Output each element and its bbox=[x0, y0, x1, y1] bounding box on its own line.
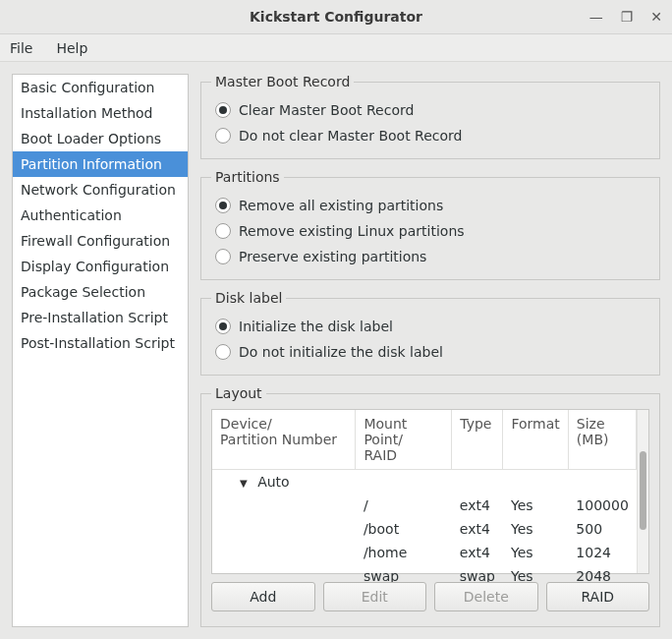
radio-preserve-partitions[interactable]: Preserve existing partitions bbox=[211, 244, 649, 269]
radio-remove-all-partitions[interactable]: Remove all existing partitions bbox=[211, 193, 649, 218]
sidebar-item-boot-loader-options[interactable]: Boot Loader Options bbox=[13, 126, 188, 151]
radio-label: Clear Master Boot Record bbox=[239, 102, 414, 118]
radio-label: Preserve existing partitions bbox=[239, 249, 426, 264]
sidebar-item-firewall-configuration[interactable]: Firewall Configuration bbox=[13, 228, 188, 254]
radio-label: Initialize the disk label bbox=[239, 319, 393, 334]
delete-button[interactable]: Delete bbox=[434, 582, 538, 611]
cell-format: Yes bbox=[503, 541, 568, 564]
button-label: Delete bbox=[464, 589, 509, 605]
scrollbar-thumb[interactable] bbox=[640, 451, 646, 530]
edit-button[interactable]: Edit bbox=[323, 582, 427, 611]
radio-label: Remove all existing partitions bbox=[239, 198, 443, 213]
sidebar-item-network-configuration[interactable]: Network Configuration bbox=[13, 177, 188, 203]
radio-initialize-disk-label[interactable]: Initialize the disk label bbox=[211, 314, 649, 339]
maximize-icon[interactable]: ❐ bbox=[621, 9, 634, 25]
menu-file[interactable]: File bbox=[6, 38, 36, 58]
radio-remove-linux-partitions[interactable]: Remove existing Linux partitions bbox=[211, 218, 649, 244]
sidebar-item-partition-information[interactable]: Partition Information bbox=[13, 151, 188, 177]
radio-icon bbox=[215, 319, 231, 334]
cell-size: 500 bbox=[568, 517, 636, 541]
table-row[interactable]: /boot ext4 Yes 500 bbox=[212, 517, 637, 541]
radio-label: Do not clear Master Boot Record bbox=[239, 128, 462, 144]
button-label: Add bbox=[250, 589, 276, 605]
window-controls: — ❐ ✕ bbox=[589, 9, 662, 25]
content-area: Basic Configuration Installation Method … bbox=[0, 62, 672, 639]
cell-mount: /home bbox=[356, 541, 452, 564]
button-label: Edit bbox=[362, 589, 388, 605]
col-size[interactable]: Size (MB) bbox=[568, 410, 636, 470]
col-device[interactable]: Device/ Partition Number bbox=[212, 410, 356, 470]
table-row[interactable]: /home ext4 Yes 1024 bbox=[212, 541, 637, 564]
sidebar-item-authentication[interactable]: Authentication bbox=[13, 203, 188, 228]
layout-table[interactable]: Device/ Partition Number Mount Point/ RA… bbox=[211, 409, 649, 574]
sidebar-item-installation-method[interactable]: Installation Method bbox=[13, 100, 188, 126]
cell-format: Yes bbox=[503, 494, 568, 517]
radio-icon bbox=[215, 344, 231, 360]
col-mount[interactable]: Mount Point/ RAID bbox=[356, 410, 452, 470]
radio-label: Remove existing Linux partitions bbox=[239, 223, 465, 239]
col-type[interactable]: Type bbox=[452, 410, 503, 470]
close-icon[interactable]: ✕ bbox=[650, 9, 662, 25]
radio-do-not-initialize-disk-label[interactable]: Do not initialize the disk label bbox=[211, 339, 649, 365]
sidebar-item-package-selection[interactable]: Package Selection bbox=[13, 279, 188, 305]
col-format[interactable]: Format bbox=[503, 410, 568, 470]
vertical-scrollbar[interactable] bbox=[637, 410, 648, 573]
sidebar-item-post-installation-script[interactable]: Post-Installation Script bbox=[13, 330, 188, 356]
radio-icon bbox=[215, 198, 231, 213]
menu-bar: File Help bbox=[0, 34, 672, 62]
layout-button-bar: Add Edit Delete RAID bbox=[211, 582, 649, 611]
raid-button[interactable]: RAID bbox=[546, 582, 650, 611]
menu-help[interactable]: Help bbox=[52, 38, 91, 58]
cell-mount: / bbox=[356, 494, 452, 517]
cell-type: ext4 bbox=[452, 517, 503, 541]
window-title: Kickstart Configurator bbox=[250, 9, 422, 25]
radio-icon bbox=[215, 223, 231, 239]
group-master-boot-record: Master Boot Record Clear Master Boot Rec… bbox=[200, 74, 660, 159]
radio-clear-mbr[interactable]: Clear Master Boot Record bbox=[211, 97, 649, 123]
sidebar[interactable]: Basic Configuration Installation Method … bbox=[12, 74, 189, 627]
button-label: RAID bbox=[581, 589, 614, 605]
group-partitions: Partitions Remove all existing partition… bbox=[200, 169, 660, 280]
tree-root-label: Auto bbox=[257, 474, 290, 490]
group-disk-label: Disk label Initialize the disk label Do … bbox=[200, 290, 660, 376]
group-legend-disk-label: Disk label bbox=[211, 290, 286, 306]
radio-label: Do not initialize the disk label bbox=[239, 344, 443, 360]
group-legend-partitions: Partitions bbox=[211, 169, 284, 185]
title-bar: Kickstart Configurator — ❐ ✕ bbox=[0, 0, 672, 34]
group-legend-layout: Layout bbox=[211, 385, 266, 401]
chevron-down-icon[interactable]: ▼ bbox=[240, 478, 248, 489]
minimize-icon[interactable]: — bbox=[589, 9, 603, 25]
cell-format: Yes bbox=[503, 517, 568, 541]
cell-size: 100000 bbox=[568, 494, 636, 517]
group-layout: Layout Device/ Partition Number Mount Po… bbox=[200, 385, 660, 627]
cell-mount: /boot bbox=[356, 517, 452, 541]
group-legend-mbr: Master Boot Record bbox=[211, 74, 354, 89]
sidebar-item-display-configuration[interactable]: Display Configuration bbox=[13, 254, 188, 279]
radio-icon bbox=[215, 102, 231, 118]
radio-do-not-clear-mbr[interactable]: Do not clear Master Boot Record bbox=[211, 123, 649, 148]
sidebar-item-pre-installation-script[interactable]: Pre-Installation Script bbox=[13, 305, 188, 330]
table-row[interactable]: / ext4 Yes 100000 bbox=[212, 494, 637, 517]
cell-type: ext4 bbox=[452, 494, 503, 517]
radio-icon bbox=[215, 128, 231, 144]
cell-size: 1024 bbox=[568, 541, 636, 564]
tree-root-row[interactable]: ▼ Auto bbox=[212, 470, 637, 494]
add-button[interactable]: Add bbox=[211, 582, 315, 611]
sidebar-item-basic-configuration[interactable]: Basic Configuration bbox=[13, 75, 188, 100]
cell-type: ext4 bbox=[452, 541, 503, 564]
radio-icon bbox=[215, 249, 231, 264]
main-pane: Master Boot Record Clear Master Boot Rec… bbox=[200, 74, 660, 627]
